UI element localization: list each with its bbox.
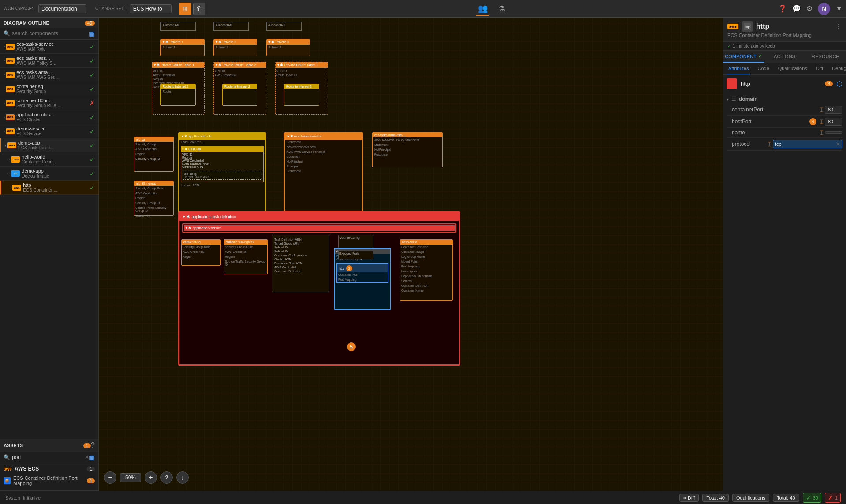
assets-help-btn[interactable]: ? <box>91 441 95 449</box>
search-input[interactable] <box>12 30 89 37</box>
list-item[interactable]: › aws ecs-tasks.ama... AWS IAM AWS Ser..… <box>0 68 98 82</box>
sub-tab-code[interactable]: Code <box>756 63 771 74</box>
field: Container Definition <box>400 283 452 288</box>
aws-icon: aws <box>6 86 15 92</box>
sub-tab-debug[interactable]: Debug <box>830 63 846 74</box>
tab-actions[interactable]: ACTIONS <box>764 51 805 63</box>
canvas-node[interactable]: Exposed Ports <box>338 251 373 259</box>
canvas-node[interactable]: Volume Config <box>338 235 373 248</box>
list-item[interactable]: › aws ecs-tasks-ass... AWS IAM Policy S.… <box>0 54 98 68</box>
list-item[interactable]: › aws demo-service ECS Service ✓ <box>0 124 98 138</box>
workspace-select[interactable]: Documentation <box>38 4 86 13</box>
filter-icon-btn[interactable]: ▦ <box>89 30 95 37</box>
tab-component[interactable]: COMPONENT ✓ <box>723 51 764 63</box>
help-icon-btn[interactable]: ❓ <box>778 4 787 13</box>
sub-node-red[interactable]: ▾ ✱ application-service <box>182 223 456 233</box>
list-item[interactable]: ▾ aws demo-app ECS Task Defini... ✓ <box>0 138 98 152</box>
canvas-node[interactable]: ▾ ✱ ecs-tasks-service Statement ecs-amaz… <box>284 132 363 211</box>
assets-clear-btn[interactable]: ✕ <box>85 454 89 460</box>
field: Task Definition ARN <box>274 238 327 241</box>
canvas-node[interactable]: ecs-tasks-inline-role-... AWS IAM AWS Po… <box>372 132 443 167</box>
zoom-download-btn[interactable]: ↓ <box>176 471 189 484</box>
canvas-node[interactable]: Allocation-0 <box>266 22 302 31</box>
settings-icon-btn[interactable]: ⚙ <box>806 4 812 13</box>
canvas-node[interactable]: alb-80-ingress Security Group Rule AWS C… <box>134 181 174 216</box>
left-sidebar: DIAGRAM OUTLINE 40 🔍 ▦ › aws ecs-tasks-s… <box>0 18 99 491</box>
canvas-node[interactable]: container-sg Security Group Role AWS Cre… <box>181 239 221 266</box>
status-ok-icon: ✓ <box>89 114 95 121</box>
zoom-out-btn[interactable]: − <box>104 471 116 484</box>
canvas-node[interactable]: ▾ ✱ Private 1 Subnet-1... <box>160 39 205 56</box>
canvas-node[interactable]: Allocation-0 <box>213 22 249 31</box>
canvas-node[interactable]: container-80-ingress Security Group Rule… <box>224 239 268 274</box>
avatar[interactable]: N <box>818 3 830 15</box>
field: Statement <box>285 169 362 174</box>
layout-icon-btn[interactable]: ⊞ <box>179 3 191 15</box>
sub-tab-qualifications[interactable]: Qualifications <box>776 63 809 74</box>
discord-icon-btn[interactable]: 💬 <box>792 4 801 13</box>
canvas-node-helloworld[interactable]: hello-world Container Definition Contain… <box>400 239 453 301</box>
tab-label: RESOURCE <box>812 54 839 59</box>
badge-4: 4 <box>809 118 816 125</box>
component-text: ecs-tasks-service AWS IAM Role <box>16 41 89 52</box>
diagram-canvas[interactable]: ▾ ✱ Private 1 Subnet-1... ▾ ✱ Private 2 … <box>99 18 723 491</box>
field: Region <box>134 152 173 156</box>
diff-btn[interactable]: ≈ Diff <box>679 494 699 502</box>
field-row-name: name ⌶ <box>727 128 842 138</box>
protocol-input[interactable] <box>775 141 836 147</box>
canvas-node[interactable]: Allocation-0 <box>160 22 196 31</box>
dropdown-icon-btn[interactable]: ▼ <box>835 5 842 13</box>
protocol-clear-btn[interactable]: ✕ <box>836 141 840 147</box>
list-item[interactable]: › aws application-clus... ECS Cluster ✓ <box>0 110 98 124</box>
canvas-node[interactable]: Route to Internet 1 Route <box>160 84 196 106</box>
assets-filter-btn[interactable]: ▦ <box>89 454 95 461</box>
domain-header[interactable]: ▾ ☰ domain <box>727 94 842 104</box>
chevron-down-icon: ▾ <box>727 97 729 102</box>
beaker-icon-btn[interactable]: ⚗ <box>496 2 507 16</box>
assets-search-input[interactable] <box>12 454 85 460</box>
sub-tab-diff[interactable]: Diff <box>814 63 825 74</box>
sub-tab-attributes[interactable]: Attributes <box>727 63 750 74</box>
aws-logo: aws <box>4 467 12 471</box>
color-swatch[interactable] <box>727 78 737 89</box>
list-item[interactable]: 📦 ECS Container Definition Port Mapping … <box>4 474 95 488</box>
canvas-node[interactable]: ▾ ✱ Private 2 Subnet-2... <box>213 39 257 56</box>
node-header: container-80-ingress <box>224 240 267 245</box>
canvas-node-red[interactable]: ▾ ✱ application-task-definition ▾ ✱ appl… <box>178 211 460 366</box>
panel-menu-btn[interactable]: ⋮ <box>835 23 842 30</box>
list-item-selected[interactable]: › aws http ECS Container ... ✓ <box>0 181 98 195</box>
list-item[interactable]: › aws hello-world Container Defin... ✓ <box>0 152 98 167</box>
zoom-in-btn[interactable]: + <box>145 471 157 484</box>
sub-node[interactable]: ▾ ✱ HTTP-80 VPC ID Region AWS Credential… <box>181 146 264 182</box>
canvas-node[interactable]: Route to Internet 3 <box>284 84 319 106</box>
tab-resource[interactable]: RESOURCE <box>805 51 846 63</box>
canvas-node-task[interactable]: Task Definition ARN Target Group ARN Sub… <box>272 235 329 292</box>
canvas-node[interactable]: alb-sg Security Group AWS Credential Reg… <box>134 137 174 172</box>
canvas-area[interactable]: ▾ ✱ Private 1 Subnet-1... ▾ ✱ Private 2 … <box>99 18 723 491</box>
protocol-field[interactable]: ✕ <box>773 140 842 148</box>
aws-ecs-header: aws AWS ECS 1 <box>4 466 95 472</box>
color-label: http <box>741 81 821 87</box>
change-set-select[interactable]: ECS How-to <box>130 4 172 13</box>
list-item[interactable]: › aws ecs-tasks-service AWS IAM Role ✓ <box>0 40 98 54</box>
list-item[interactable]: › aws container-80-in... Security Group … <box>0 96 98 110</box>
status-ok-icon: ✓ <box>89 43 95 50</box>
status-ok-icon: ✓ <box>89 170 95 177</box>
canvas-node[interactable]: Route to Internet 2 <box>222 84 257 106</box>
sub-sub-node[interactable]: alb-80-tg Target Group ARN <box>183 171 261 180</box>
list-item[interactable]: › aws container-sg Security Group ✓ <box>0 82 98 96</box>
field: Source Traffic Security Group ID <box>224 259 267 267</box>
status-ok-icon: ✓ <box>89 142 95 149</box>
domain-label: domain <box>739 96 758 102</box>
delete-icon-btn[interactable]: 🗑 <box>193 3 205 15</box>
field: Target Group ARN <box>184 175 260 178</box>
tilde-icon: ≈ <box>683 495 686 500</box>
component-type: Container Defin... <box>22 159 89 164</box>
color-row: http 3 ⬡ <box>727 78 842 89</box>
zoom-help-btn[interactable]: ? <box>160 471 173 484</box>
diagram-count-badge: 40 <box>85 21 95 26</box>
users-icon-btn[interactable]: 👥 <box>476 2 489 16</box>
list-item[interactable]: › 🐳 demo-app Docker Image ✓ <box>0 167 98 181</box>
sub-node-http[interactable]: http 2 Container Port Port Mapping <box>336 263 388 283</box>
canvas-node[interactable]: ▾ ✱ Private 3 Subnet-3... <box>266 39 310 56</box>
